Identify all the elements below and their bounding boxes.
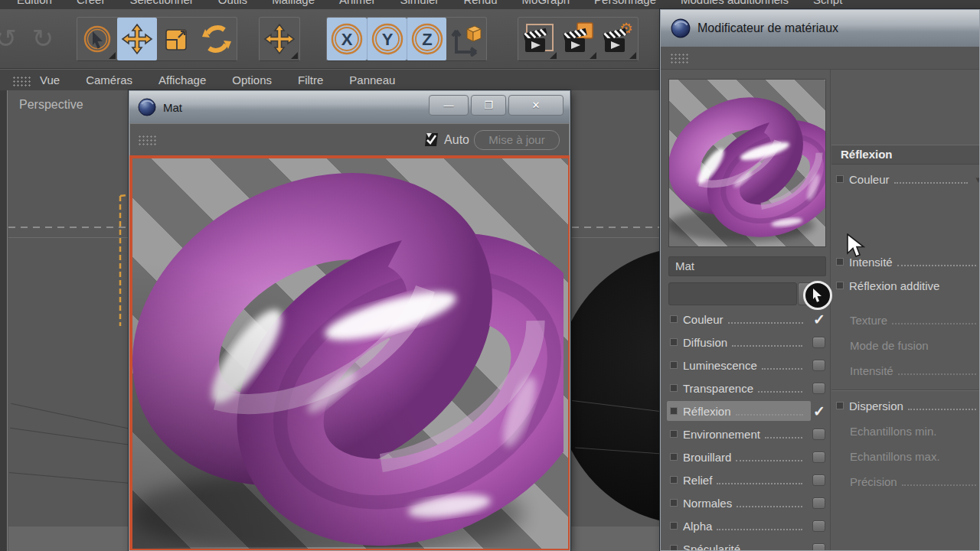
render-to-picture-viewer-button[interactable]: [558, 18, 598, 60]
scale-tool[interactable]: [157, 18, 197, 60]
modifier-window-titlebar[interactable]: Modificateur de matériaux: [661, 10, 979, 47]
channel-checkbox[interactable]: [670, 338, 678, 346]
channel-row-couleur[interactable]: Couleur ✓: [665, 308, 829, 330]
channel-toggle-button[interactable]: [812, 337, 825, 348]
menu-item[interactable]: Personnage: [594, 0, 656, 6]
check-icon[interactable]: ✓: [811, 311, 828, 328]
axis-y-lock-button[interactable]: Y: [367, 18, 407, 60]
viewport-menu-options[interactable]: Options: [232, 73, 272, 86]
property-checkbox[interactable]: [836, 258, 844, 266]
property-checkbox[interactable]: [836, 282, 844, 289]
texture-dropdown-field[interactable]: [668, 282, 797, 305]
render-view-button[interactable]: [518, 18, 558, 60]
menu-item[interactable]: MoGraph: [522, 0, 570, 6]
channel-row-specularite[interactable]: Spécularité: [665, 538, 829, 551]
redo-icon: ↻: [32, 23, 54, 54]
channel-row-diffusion[interactable]: Diffusion: [665, 331, 829, 353]
last-used-tool-move[interactable]: [260, 18, 299, 60]
material-name-field[interactable]: Mat: [668, 256, 826, 276]
menu-item[interactable]: Sélectionner: [129, 0, 193, 6]
channel-row-alpha[interactable]: Alpha: [665, 515, 829, 536]
menu-item[interactable]: Rendu: [463, 0, 497, 6]
channel-toggle-button[interactable]: [812, 360, 825, 371]
menu-item[interactable]: Modules additionnels: [681, 0, 789, 6]
viewport-menu-panneau[interactable]: Panneau: [349, 73, 395, 86]
viewport-menu-filtre[interactable]: Filtre: [298, 73, 323, 86]
menu-item[interactable]: Animer: [339, 0, 376, 6]
material-preview-area[interactable]: [129, 155, 570, 551]
channel-checkbox[interactable]: [670, 476, 678, 484]
maximize-button[interactable]: ❐: [471, 95, 506, 116]
menu-item[interactable]: Maillage: [272, 0, 315, 6]
channel-toggle-button[interactable]: [812, 543, 825, 551]
channel-row-relief[interactable]: Relief: [665, 469, 829, 491]
update-button-disabled[interactable]: Mise à jour: [474, 130, 560, 150]
drag-grip[interactable]: [670, 53, 688, 64]
viewport-label[interactable]: Perspective: [19, 98, 83, 112]
channel-toggle-button[interactable]: [812, 474, 825, 486]
drag-grip[interactable]: [12, 76, 31, 86]
minimize-button[interactable]: —: [429, 95, 469, 116]
channel-checkbox[interactable]: [670, 453, 678, 461]
channel-checkbox[interactable]: [670, 407, 678, 415]
menu-item[interactable]: Edition: [17, 0, 52, 6]
render-settings-button[interactable]: ⚙: [598, 18, 638, 60]
channel-checkbox[interactable]: [670, 499, 678, 507]
property-row-reflexion-additive[interactable]: Réflexion additive: [836, 277, 980, 294]
channel-toggle-button[interactable]: [812, 429, 825, 440]
material-thumbnail[interactable]: [668, 79, 826, 247]
menu-item[interactable]: Simuler: [400, 0, 439, 6]
property-row-texture[interactable]: Texture: [836, 311, 980, 328]
channel-checkbox[interactable]: [670, 315, 678, 323]
property-checkbox[interactable]: [836, 402, 844, 409]
axis-x-lock-button[interactable]: X: [327, 18, 367, 60]
undo-button[interactable]: ↺: [0, 17, 26, 60]
close-button[interactable]: ✕: [508, 95, 564, 116]
channel-toggle-button[interactable]: [812, 383, 825, 394]
menu-item[interactable]: Outils: [218, 0, 247, 6]
coordinate-system-button[interactable]: [446, 18, 486, 60]
viewport-menu-vue[interactable]: Vue: [40, 73, 60, 86]
mat-window-titlebar[interactable]: Mat — ❐ ✕: [129, 91, 570, 123]
channel-row-transparence[interactable]: Transparence: [665, 377, 829, 399]
property-row-precision[interactable]: Précision: [836, 473, 980, 490]
move-tool[interactable]: [117, 18, 157, 60]
property-checkbox[interactable]: [836, 175, 844, 183]
channel-toggle-button[interactable]: [812, 520, 825, 532]
channel-checkbox[interactable]: [670, 384, 678, 392]
channel-row-luminescence[interactable]: Luminescence: [665, 354, 829, 376]
redo-button[interactable]: ↻: [23, 17, 63, 60]
property-row-echantillons-min[interactable]: Echantillons min.: [836, 422, 980, 439]
axis-z-lock-button[interactable]: Z: [407, 18, 446, 60]
check-icon[interactable]: ✓: [811, 403, 828, 420]
channel-checkbox[interactable]: [670, 430, 678, 438]
channel-toggle-button[interactable]: [812, 452, 825, 463]
channel-toggle-button[interactable]: [812, 497, 825, 509]
picker-button[interactable]: [803, 281, 832, 310]
rotate-tool[interactable]: [197, 18, 237, 60]
move-icon: [121, 23, 153, 55]
property-row-echantillons-max[interactable]: Echantillons max.: [836, 448, 980, 465]
menu-item[interactable]: Script: [813, 0, 842, 6]
live-selection-tool[interactable]: [77, 18, 117, 60]
menu-item[interactable]: Créer: [77, 0, 106, 6]
channel-row-brouillard[interactable]: Brouillard: [665, 446, 829, 468]
channel-checkbox[interactable]: [670, 545, 678, 551]
channel-checkbox[interactable]: [670, 522, 678, 530]
channel-checkbox[interactable]: [670, 361, 678, 369]
auto-update-toggle[interactable]: Auto: [424, 132, 469, 147]
viewport-menu-cameras[interactable]: Caméras: [86, 73, 132, 86]
viewport-menu-affichage[interactable]: Affichage: [158, 73, 206, 86]
channel-row-normales[interactable]: Normales: [665, 492, 829, 514]
property-row-mode-de-fusion[interactable]: Mode de fusion: [836, 337, 980, 354]
property-row-dispersion[interactable]: Dispersion: [836, 397, 980, 414]
drag-grip[interactable]: [138, 135, 156, 145]
dotted-leader: [717, 522, 802, 530]
dropdown-down-icon[interactable]: ▾: [975, 174, 980, 185]
property-row-couleur[interactable]: Couleur ▾: [836, 171, 980, 187]
channel-row-reflexion[interactable]: Réflexion ✓: [665, 400, 829, 422]
channel-column: Mat ▸ Couleur ✓ Dif: [661, 70, 831, 550]
property-row-intensite-2[interactable]: Intensité: [836, 362, 980, 379]
x-axis-icon: X: [329, 21, 364, 57]
channel-row-environnement[interactable]: Environnement: [665, 423, 829, 445]
